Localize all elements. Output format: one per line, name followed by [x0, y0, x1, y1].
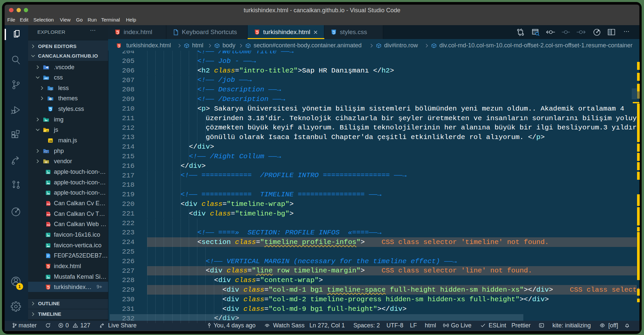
svg-text:PDF: PDF [47, 203, 51, 205]
svg-text:{}: {} [49, 87, 53, 90]
svg-text:PDF: PDF [47, 224, 51, 226]
svg-text:PDF: PDF [47, 214, 51, 215]
svg-text:php: php [45, 151, 49, 153]
svg-text:JS: JS [46, 130, 48, 132]
svg-text:JS: JS [49, 140, 52, 143]
